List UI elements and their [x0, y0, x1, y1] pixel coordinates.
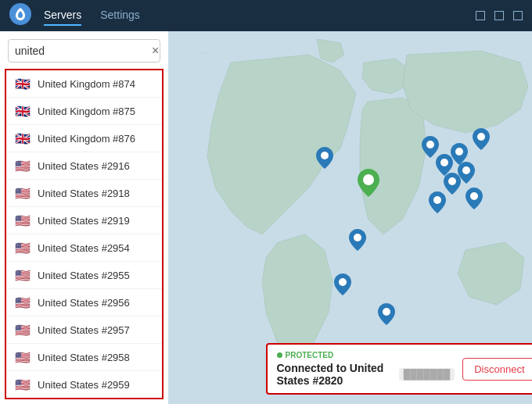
map-pin[interactable]	[358, 169, 379, 200]
window-controls	[476, 11, 523, 20]
title-bar-nav: Servers Settings	[44, 5, 140, 26]
protected-label: PROTECTED	[286, 351, 334, 359]
server-name: United States #2954	[38, 242, 130, 254]
status-dot	[277, 352, 282, 358]
svg-point-8	[440, 159, 448, 166]
map-area: PROTECTED Connected to United States #28…	[168, 31, 532, 404]
search-input[interactable]	[15, 45, 152, 57]
svg-point-2	[321, 152, 329, 159]
server-name: United States #2919	[38, 215, 130, 227]
svg-point-9	[448, 177, 456, 185]
map-pin[interactable]	[334, 274, 351, 299]
map-pin[interactable]	[473, 128, 490, 153]
search-clear-button[interactable]: ×	[152, 45, 159, 57]
map-pin[interactable]	[349, 229, 366, 254]
flag-icon: 🇺🇸	[14, 378, 31, 391]
map-pin[interactable]	[466, 188, 483, 213]
server-item[interactable]: 🇺🇸United States #2956	[6, 289, 162, 316]
search-box[interactable]: ×	[8, 39, 160, 63]
svg-point-13	[433, 196, 441, 204]
nav-settings[interactable]: Settings	[100, 5, 140, 26]
server-name: United States #2956	[38, 297, 130, 309]
flag-icon: 🇺🇸	[14, 324, 31, 336]
server-name: United States #2959	[38, 379, 130, 391]
svg-point-4	[354, 234, 361, 241]
server-item[interactable]: 🇬🇧United Kingdom #874	[6, 70, 162, 98]
server-item[interactable]: 🇺🇸United States #2958	[6, 344, 162, 371]
connected-server-label: Connected to United States #2820	[277, 362, 394, 387]
flag-icon: 🇺🇸	[14, 269, 31, 281]
server-name: United Kingdom #874	[38, 78, 135, 90]
server-item[interactable]: 🇺🇸United States #2918	[6, 180, 162, 207]
svg-point-12	[470, 192, 478, 200]
server-item[interactable]: 🇬🇧United Kingdom #875	[6, 98, 162, 125]
main-layout: × 🇬🇧United Kingdom #874🇬🇧United Kingdom …	[0, 31, 532, 404]
server-name: United Kingdom #876	[38, 133, 135, 145]
map-pin[interactable]	[378, 303, 395, 328]
ip-masked: ███████	[399, 368, 455, 381]
svg-point-6	[383, 308, 390, 316]
svg-point-10	[455, 148, 463, 156]
app-logo	[9, 3, 31, 28]
flag-icon: 🇺🇸	[14, 296, 31, 309]
svg-point-5	[339, 278, 347, 286]
flag-icon: 🇺🇸	[14, 351, 31, 363]
server-name: United States #2955	[38, 270, 130, 281]
flag-icon: 🇺🇸	[14, 241, 31, 254]
status-bar: PROTECTED Connected to United States #28…	[266, 343, 533, 395]
server-item[interactable]: 🇺🇸United States #2919	[6, 207, 162, 234]
server-name: United States #2916	[38, 160, 130, 172]
disconnect-button[interactable]: Disconnect	[462, 358, 532, 381]
svg-point-14	[477, 133, 485, 141]
maximize-button[interactable]	[494, 11, 504, 20]
server-name: United States #2957	[38, 324, 130, 336]
flag-icon: 🇺🇸	[14, 187, 31, 199]
server-name: United Kingdom #875	[38, 105, 135, 117]
sidebar: × 🇬🇧United Kingdom #874🇬🇧United Kingdom …	[0, 31, 168, 404]
server-item[interactable]: 🇬🇧United Kingdom #876	[6, 125, 162, 152]
protected-badge: PROTECTED	[277, 351, 455, 359]
svg-point-11	[462, 166, 470, 174]
nav-servers[interactable]: Servers	[44, 5, 81, 26]
status-info: PROTECTED Connected to United States #28…	[277, 351, 455, 387]
server-item[interactable]: 🇺🇸United States #2957	[6, 316, 162, 344]
close-button[interactable]	[513, 11, 523, 20]
server-item[interactable]: 🇺🇸United States #2955	[6, 262, 162, 289]
flag-icon: 🇺🇸	[14, 159, 31, 172]
flag-icon: 🇬🇧	[14, 132, 31, 145]
server-list: 🇬🇧United Kingdom #874🇬🇧United Kingdom #8…	[5, 69, 164, 399]
flag-icon: 🇺🇸	[14, 214, 31, 227]
minimize-button[interactable]	[476, 11, 485, 20]
server-name: United States #2958	[38, 352, 130, 363]
flag-icon: 🇬🇧	[14, 105, 31, 117]
title-bar: Servers Settings	[0, 0, 532, 31]
svg-point-7	[426, 141, 434, 148]
server-item[interactable]: 🇺🇸United States #2916	[6, 152, 162, 180]
server-item[interactable]: 🇺🇸United States #2954	[6, 234, 162, 262]
svg-point-3	[363, 174, 374, 185]
map-pin[interactable]	[458, 162, 475, 187]
map-pin[interactable]	[429, 191, 446, 216]
flag-icon: 🇬🇧	[14, 77, 31, 90]
server-name: United States #2918	[38, 188, 130, 199]
map-pin[interactable]	[316, 147, 333, 172]
server-item[interactable]: 🇺🇸United States #2959	[6, 371, 162, 399]
